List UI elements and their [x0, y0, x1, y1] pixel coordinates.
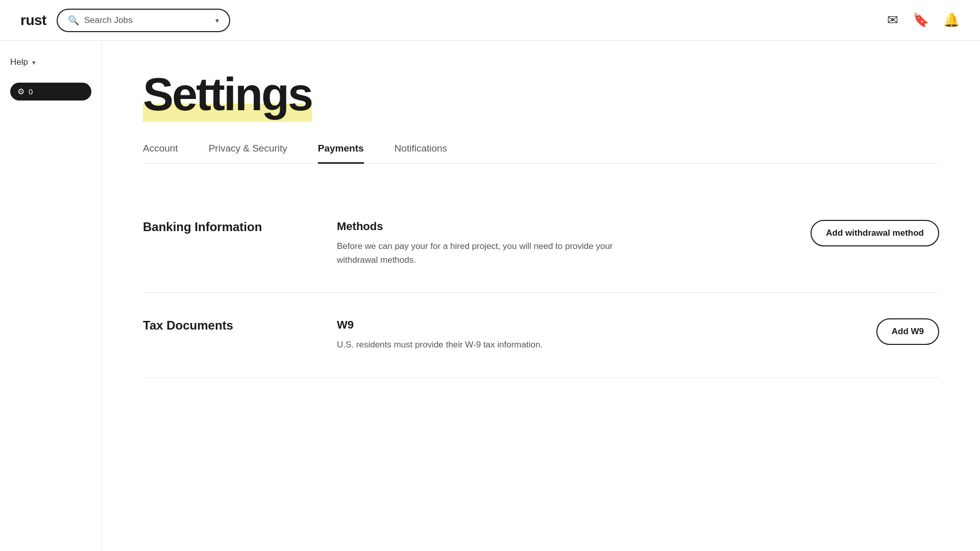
tab-account[interactable]: Account [143, 143, 178, 164]
chevron-down-icon: ▾ [215, 16, 219, 24]
methods-title: Methods [337, 220, 776, 233]
title-wrap: Settings [143, 71, 939, 117]
main-content: Settings Account Privacy & Security Paym… [102, 41, 980, 551]
add-w9-button[interactable]: Add W9 [876, 318, 939, 345]
tab-payments[interactable]: Payments [318, 143, 364, 164]
sidebar: Help ▾ ⚙ 0 Add Earn [0, 41, 102, 551]
chevron-down-icon: ▾ [32, 59, 36, 66]
search-bar[interactable]: 🔍 Search Jobs ▾ [57, 9, 230, 32]
search-placeholder: Search Jobs [84, 15, 210, 26]
w9-description: U.S. residents must provide their W-9 ta… [337, 338, 643, 352]
search-icon: 🔍 [68, 15, 79, 26]
mail-icon[interactable]: ✉ [887, 12, 898, 28]
logo[interactable]: rust [20, 12, 46, 29]
banking-content: Methods Before we can pay your for a hir… [337, 220, 776, 267]
header-left: rust 🔍 Search Jobs ▾ [20, 9, 230, 32]
bell-icon[interactable]: 🔔 [943, 12, 960, 28]
w9-title: W9 [337, 318, 776, 332]
bookmark-icon[interactable]: 🔖 [913, 12, 929, 28]
earn-badge-count: 0 [29, 87, 33, 96]
header-right: ✉ 🔖 🔔 [887, 12, 960, 28]
add-earn-label[interactable]: Add Earn [0, 110, 102, 118]
tab-privacy[interactable]: Privacy & Security [209, 143, 287, 164]
banking-action: Add withdrawal method [806, 220, 939, 246]
earn-badge[interactable]: ⚙ 0 [10, 83, 91, 101]
tab-notifications[interactable]: Notifications [395, 143, 448, 164]
tax-content: W9 U.S. residents must provide their W-9… [337, 318, 776, 352]
gear-icon: ⚙ [17, 87, 24, 96]
header: rust 🔍 Search Jobs ▾ ✉ 🔖 🔔 [0, 0, 980, 41]
tax-label: Tax Documents [143, 318, 306, 333]
add-withdrawal-method-button[interactable]: Add withdrawal method [811, 220, 939, 246]
methods-description: Before we can pay your for a hired proje… [337, 239, 643, 267]
tax-section: Tax Documents W9 U.S. residents must pro… [143, 293, 939, 378]
banking-label: Banking Information [143, 220, 306, 234]
banking-section: Banking Information Methods Before we ca… [143, 194, 939, 293]
sidebar-help[interactable]: Help ▾ [0, 51, 102, 73]
tabs-nav: Account Privacy & Security Payments Noti… [143, 143, 939, 164]
help-label: Help [10, 57, 28, 67]
tax-action: Add W9 [806, 318, 939, 345]
page-title: Settings [143, 69, 312, 122]
